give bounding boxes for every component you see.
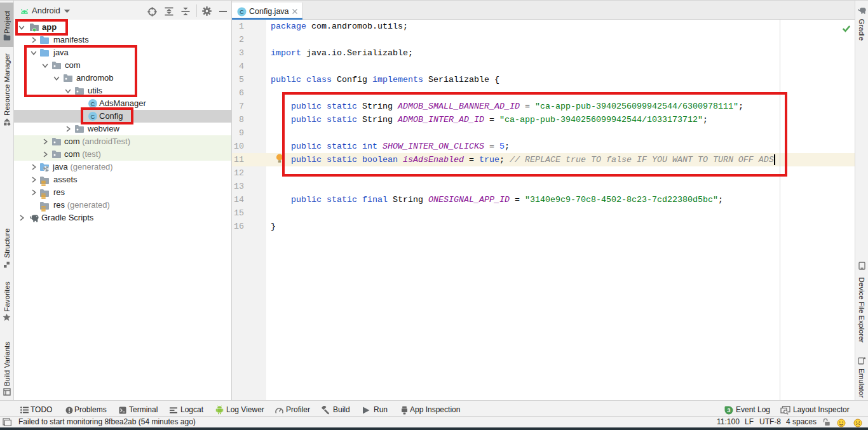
svg-text:C: C	[240, 9, 244, 15]
svg-text:3: 3	[727, 406, 730, 413]
svg-text:C: C	[91, 100, 95, 107]
